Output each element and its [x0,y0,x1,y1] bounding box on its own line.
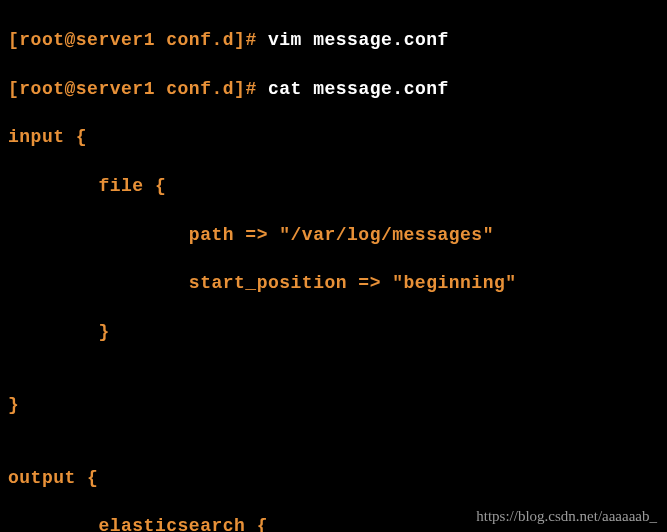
bracket-close: ] [234,79,245,99]
config-line: file { [8,174,659,198]
hash: # [245,30,256,50]
path: conf.d [166,79,234,99]
prompt-line-1: [root@server1 conf.d]# vim message.conf [8,28,659,52]
config-line: path => "/var/log/messages" [8,223,659,247]
bracket-open: [ [8,30,19,50]
config-line: } [8,393,659,417]
watermark-text: https://blog.csdn.net/aaaaaab_ [476,506,657,526]
user-host: root@server1 [19,30,155,50]
config-line: input { [8,125,659,149]
prompt-line-2: [root@server1 conf.d]# cat message.conf [8,77,659,101]
config-line: output { [8,466,659,490]
cmd-vim: vim [268,30,302,50]
user-host: root@server1 [19,79,155,99]
hash: # [245,79,256,99]
config-line: start_position => "beginning" [8,271,659,295]
arg-cat: message.conf [313,79,449,99]
bracket-close: ] [234,30,245,50]
terminal-output[interactable]: [root@server1 conf.d]# vim message.conf … [8,4,659,532]
bracket-open: [ [8,79,19,99]
cmd-cat: cat [268,79,302,99]
config-line: } [8,320,659,344]
arg-vim: message.conf [313,30,449,50]
path: conf.d [166,30,234,50]
